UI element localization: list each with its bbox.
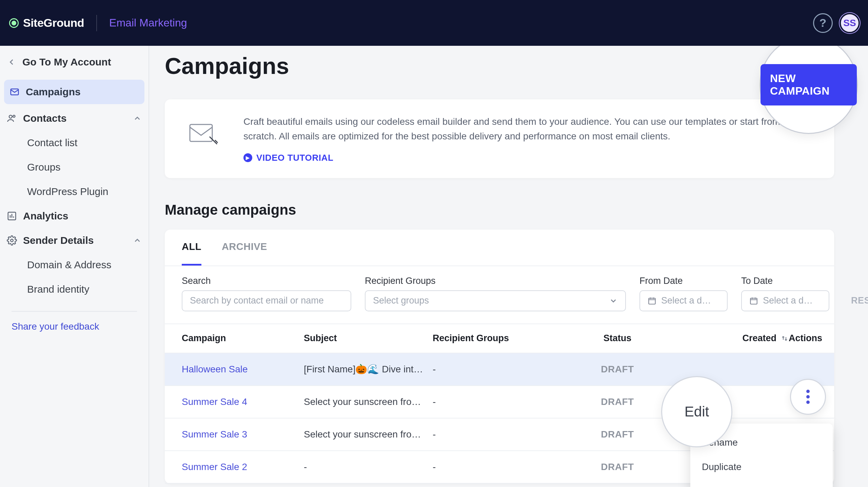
table-row[interactable]: Summer Sale 4 Select your sunscreen fro…… [165,386,834,418]
campaign-subject: - [304,451,433,483]
svg-point-4 [13,115,15,117]
sidebar-item-domain-address[interactable]: Domain & Address [0,253,149,277]
recipient-groups-label: Recipient Groups [365,276,626,286]
sidebar-item-brand-identity[interactable]: Brand identity [0,277,149,301]
highlight-lens-more-actions [790,379,826,415]
dropdown-item-duplicate[interactable]: Duplicate [690,455,833,479]
campaign-status: DRAFT [561,462,673,472]
campaign-groups: - [433,462,561,472]
svg-point-6 [11,239,13,242]
th-campaign[interactable]: Campaign [182,333,304,344]
sidebar-item-wordpress-plugin[interactable]: WordPress Plugin [0,179,149,204]
sidebar-item-groups[interactable]: Groups [0,155,149,179]
svg-point-1 [12,21,16,25]
date-placeholder: Select a d… [661,295,711,306]
filters-row: Search Recipient Groups Select groups Fr… [165,266,834,324]
campaign-groups: - [433,429,561,440]
calendar-icon [749,296,758,305]
page-title: Campaigns [165,53,289,79]
header-divider [96,15,97,31]
help-icon[interactable]: ? [813,13,833,33]
reset-button[interactable]: RESET [851,295,868,311]
svg-rect-8 [649,298,655,304]
siteground-logo[interactable]: SiteGround [8,16,84,30]
campaign-groups: - [433,364,561,375]
from-date-label: From Date [639,276,728,286]
sidebar-item-label: Brand identity [27,284,89,295]
search-input-wrap [182,290,351,311]
campaign-name[interactable]: Summer Sale 3 [182,429,304,440]
search-input[interactable] [190,295,343,306]
campaigns-table-card: ALL ARCHIVE Search Recipient Groups Sele… [165,230,834,484]
campaign-status: DRAFT [561,396,673,407]
select-placeholder: Select groups [373,295,429,306]
date-placeholder: Select a d… [763,295,813,306]
info-text: Craft beautiful emails using our codeles… [243,114,800,144]
sidebar-item-contacts[interactable]: Contacts [0,106,149,131]
sidebar-divider [12,311,137,312]
info-card: Craft beautiful emails using our codeles… [165,99,834,178]
app-name[interactable]: Email Marketing [109,17,187,29]
video-tutorial-label: VIDEO TUTORIAL [256,153,333,163]
chevron-up-icon [133,236,142,245]
svg-rect-7 [190,124,212,141]
sidebar-item-label: Sender Details [23,235,94,246]
recipient-groups-select[interactable]: Select groups [365,290,626,311]
sidebar-item-analytics[interactable]: Analytics [0,204,149,228]
search-label: Search [182,276,351,286]
sidebar-feedback-link[interactable]: Share your feedback [0,321,149,332]
svg-point-21 [806,401,810,404]
chevron-up-icon [133,114,142,123]
sidebar-item-label: Domain & Address [27,259,111,271]
th-subject[interactable]: Subject [304,333,433,344]
th-recipient-groups[interactable]: Recipient Groups [433,333,561,344]
campaign-subject: Select your sunscreen fro… [304,386,433,418]
dropdown-item-send[interactable]: Send [690,479,833,487]
sidebar-item-campaigns[interactable]: Campaigns [4,80,144,104]
sort-icon [781,334,789,343]
campaign-name[interactable]: Summer Sale 4 [182,396,304,407]
campaign-name[interactable]: Summer Sale 2 [182,462,304,472]
avatar[interactable]: SS [840,13,860,33]
campaign-name[interactable]: Halloween Sale [182,364,304,375]
highlight-lens-edit: Edit [661,376,732,447]
sidebar: Go To My Account Campaigns Contacts Cont… [0,46,149,487]
svg-point-3 [9,115,12,118]
chevron-down-icon [609,296,618,305]
sidebar-back-label: Go To My Account [22,56,111,68]
campaign-subject: Select your sunscreen fro… [304,418,433,451]
table-row[interactable]: Halloween Sale [First Name]🎃🌊 Dive int… … [165,353,834,386]
svg-point-20 [806,395,810,398]
campaign-status: DRAFT [561,364,673,375]
play-icon: ▶ [243,153,252,162]
from-date-input[interactable]: Select a d… [639,290,728,311]
campaign-groups: - [433,396,561,407]
video-tutorial-link[interactable]: ▶ VIDEO TUTORIAL [243,153,800,163]
tab-archive[interactable]: ARCHIVE [222,230,267,266]
edit-menu-item[interactable]: Edit [685,404,709,420]
to-date-input[interactable]: Select a d… [741,290,829,311]
tab-all[interactable]: ALL [182,230,201,266]
sidebar-back-link[interactable]: Go To My Account [0,50,149,74]
sidebar-item-label: WordPress Plugin [27,186,108,197]
sidebar-item-label: Campaigns [26,86,81,98]
th-status[interactable]: Status [561,333,673,344]
th-created[interactable]: Created [673,333,789,344]
manage-campaigns-title: Manage campaigns [165,202,834,218]
sidebar-item-sender-details[interactable]: Sender Details [0,228,149,253]
calendar-icon [648,296,656,305]
svg-rect-9 [750,298,757,304]
brand-text: SiteGround [23,16,84,30]
sidebar-item-contact-list[interactable]: Contact list [0,131,149,155]
sidebar-item-label: Analytics [23,210,68,222]
tabs: ALL ARCHIVE [165,230,834,266]
sidebar-item-label: Contact list [27,137,77,149]
campaign-subject: [First Name]🎃🌊 Dive int… [304,353,433,386]
app-header: SiteGround Email Marketing ? SS [0,0,868,46]
email-builder-icon [182,114,223,152]
new-campaign-button[interactable]: NEW CAMPAIGN [761,64,857,105]
svg-point-19 [806,390,810,393]
logo-block: SiteGround Email Marketing [8,15,187,31]
more-actions-icon[interactable] [806,389,810,405]
sidebar-item-label: Groups [27,161,60,173]
